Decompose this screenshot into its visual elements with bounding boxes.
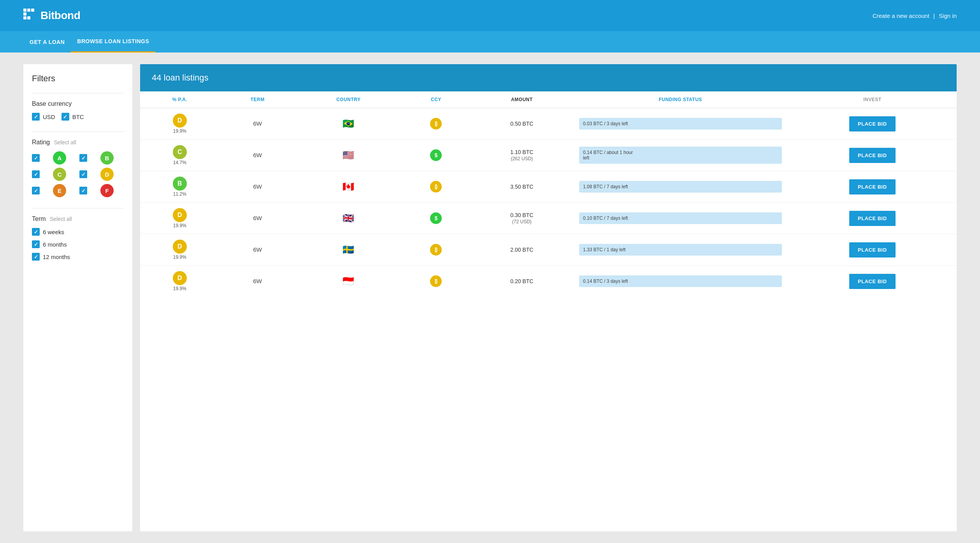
amount-value: 0.30 BTC(72 USD) (477, 212, 567, 224)
ccy-circle: ₿ (430, 181, 442, 193)
cell-funding: 0.14 BTC / 3 days left (573, 266, 788, 297)
cell-funding: 0.10 BTC / 7 days left (573, 203, 788, 234)
rating-f-checkbox[interactable]: ✓ (79, 187, 87, 194)
rating-select-all[interactable]: Select all (54, 139, 76, 145)
usd-checkbox[interactable]: ✓ (32, 113, 40, 121)
base-currency-title: Base currency (32, 100, 124, 107)
place-bid-button[interactable]: PLACE BID (849, 274, 896, 289)
svg-rect-2 (31, 9, 34, 12)
table-row: B 11.2% 6W🇨🇦₿3.50 BTC1.08 BTC / 7 days l… (140, 171, 957, 203)
cell-amount: 2.00 BTC (471, 234, 573, 266)
place-bid-button[interactable]: PLACE BID (849, 242, 896, 257)
flag-icon: 🇺🇸 (342, 150, 354, 160)
rating-f-badge: F (100, 184, 114, 197)
place-bid-button[interactable]: PLACE BID (849, 179, 896, 194)
term-value: 6W (253, 246, 262, 253)
cell-rating: D 19.9% (140, 108, 220, 140)
base-currency-section: Base currency ✓ USD ✓ BTC (32, 93, 124, 121)
amount-usd: (262 USD) (511, 156, 533, 161)
cell-funding: 0.14 BTC / about 1 hourleft (573, 140, 788, 171)
cell-term: 6W (220, 234, 296, 266)
term-select-all[interactable]: Select all (50, 216, 72, 222)
filters-title: Filters (32, 74, 124, 84)
rating-d-checkbox[interactable]: ✓ (79, 170, 87, 178)
svg-rect-4 (23, 16, 26, 19)
listings-table: % P.A. TERM COUNTRY CCY AMOUNT FUNDING S… (140, 91, 957, 297)
cell-country: 🇮🇩 (295, 266, 401, 297)
rating-grid: ✓ A ✓ B ✓ C ✓ D ✓ E ✓ F (32, 151, 124, 197)
table-row: D 19.9% 6W🇬🇧$0.30 BTC(72 USD)0.10 BTC / … (140, 203, 957, 234)
flag-icon: 🇮🇩 (342, 276, 354, 286)
rating-pct: 14.7% (173, 160, 186, 165)
create-account-link[interactable]: Create a new account (873, 12, 929, 19)
place-bid-button[interactable]: PLACE BID (849, 211, 896, 226)
header: Bitbond Create a new account | Sign in (0, 0, 980, 31)
col-header-ppa[interactable]: % P.A. (140, 91, 220, 108)
currency-row: ✓ USD ✓ BTC (32, 113, 124, 121)
col-header-country[interactable]: COUNTRY (295, 91, 401, 108)
term-6w-checkbox[interactable]: ✓ (32, 228, 40, 236)
col-header-funding[interactable]: FUNDING STATUS (573, 91, 788, 108)
rating-circle: C (173, 145, 187, 159)
cell-country: 🇺🇸 (295, 140, 401, 171)
flag-icon: 🇨🇦 (342, 181, 354, 192)
col-header-ccy[interactable]: CCY (401, 91, 471, 108)
term-list: ✓ 6 weeks ✓ 6 months ✓ 12 months (32, 228, 124, 261)
rating-a-checkbox[interactable]: ✓ (32, 154, 40, 162)
table-header-row: % P.A. TERM COUNTRY CCY AMOUNT FUNDING S… (140, 91, 957, 108)
cell-invest: PLACE BID (788, 108, 957, 140)
term-6m-text: 6 months (43, 241, 67, 248)
rating-circle: B (173, 177, 187, 191)
term-12m-checkbox[interactable]: ✓ (32, 253, 40, 261)
place-bid-button[interactable]: PLACE BID (849, 148, 896, 163)
amount-value: 3.50 BTC (477, 184, 567, 190)
svg-rect-0 (23, 9, 26, 12)
rating-circle: D (173, 271, 187, 285)
term-section: Term Select all ✓ 6 weeks ✓ 6 months ✓ 1… (32, 208, 124, 261)
rating-section: Rating Select all ✓ A ✓ B ✓ C ✓ D ✓ E ✓ … (32, 131, 124, 197)
ccy-circle: ₿ (430, 118, 442, 130)
term-value: 6W (253, 215, 262, 221)
cell-ccy: $ (401, 203, 471, 234)
cell-invest: PLACE BID (788, 203, 957, 234)
rating-b-checkbox[interactable]: ✓ (79, 154, 87, 162)
rating-pct: 19.9% (173, 128, 186, 134)
funding-status-bar: 0.03 BTC / 3 days left (579, 118, 782, 130)
nav-browse-listings[interactable]: BROWSE LOAN LISTINGS (71, 31, 155, 53)
place-bid-button[interactable]: PLACE BID (849, 116, 896, 131)
cell-term: 6W (220, 266, 296, 297)
cell-ccy: ₿ (401, 108, 471, 140)
amount-value: 1.10 BTC(262 USD) (477, 149, 567, 161)
term-value: 6W (253, 120, 262, 127)
term-6w-label[interactable]: ✓ 6 weeks (32, 228, 124, 236)
col-header-invest: INVEST (788, 91, 957, 108)
header-links: Create a new account | Sign in (873, 12, 957, 19)
col-header-term[interactable]: TERM (220, 91, 296, 108)
rating-c-badge: C (53, 168, 66, 181)
btc-checkbox-label[interactable]: ✓ BTC (61, 113, 84, 121)
amount-usd: (72 USD) (512, 219, 532, 224)
cell-country: 🇧🇷 (295, 108, 401, 140)
usd-checkbox-label[interactable]: ✓ USD (32, 113, 55, 121)
term-6w-text: 6 weeks (43, 229, 64, 235)
cell-amount: 0.30 BTC(72 USD) (471, 203, 573, 234)
term-12m-label[interactable]: ✓ 12 months (32, 253, 124, 261)
btc-checkbox[interactable]: ✓ (61, 113, 69, 121)
cell-invest: PLACE BID (788, 266, 957, 297)
cell-rating: D 19.9% (140, 266, 220, 297)
rating-e-checkbox[interactable]: ✓ (32, 187, 40, 194)
ccy-circle: $ (430, 149, 442, 161)
sign-in-link[interactable]: Sign in (939, 12, 957, 19)
amount-value: 0.20 BTC (477, 278, 567, 284)
funding-status-bar: 0.14 BTC / about 1 hourleft (579, 147, 782, 164)
cell-country: 🇸🇪 (295, 234, 401, 266)
term-6m-checkbox[interactable]: ✓ (32, 240, 40, 248)
cell-amount: 1.10 BTC(262 USD) (471, 140, 573, 171)
cell-rating: C 14.7% (140, 140, 220, 171)
col-header-amount[interactable]: AMOUNT (471, 91, 573, 108)
table-row: D 19.9% 6W🇸🇪₿2.00 BTC1.33 BTC / 1 day le… (140, 234, 957, 266)
term-6m-label[interactable]: ✓ 6 months (32, 240, 124, 248)
rating-c-checkbox[interactable]: ✓ (32, 170, 40, 178)
cell-funding: 1.33 BTC / 1 day left (573, 234, 788, 266)
nav-get-a-loan[interactable]: GET A LOAN (23, 31, 71, 53)
